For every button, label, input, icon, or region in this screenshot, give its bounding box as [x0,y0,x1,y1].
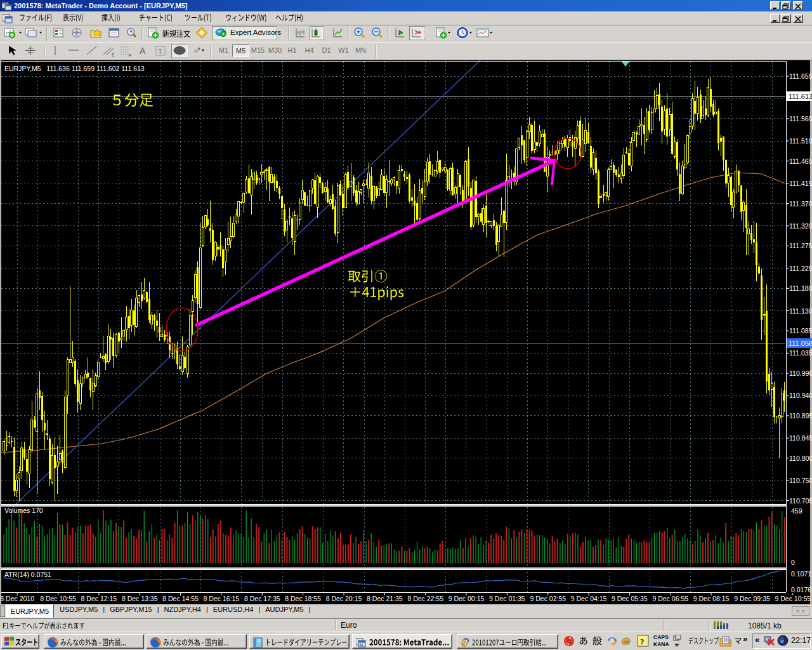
svg-text:?: ? [640,637,645,646]
svg-text:ATR(14) 0.0751: ATR(14) 0.0751 [4,571,51,578]
svg-text:E: E [112,53,115,57]
svg-text:111.225: 111.225 [789,265,812,272]
svg-text:9 Dec 02:55: 9 Dec 02:55 [530,595,566,602]
svg-text:9 Dec 08:15: 9 Dec 08:15 [693,595,730,602]
svg-text:110.895: 110.895 [789,412,812,420]
svg-text:8 Dec 14:55: 8 Dec 14:55 [162,595,199,602]
svg-text:T: T [158,48,162,55]
svg-text:110.800: 110.800 [789,454,812,462]
svg-text:111.510: 111.510 [789,137,812,145]
svg-text:111.613: 111.613 [789,93,812,100]
svg-text:F: F [129,53,131,58]
svg-text:9 Dec 00:15: 9 Dec 00:15 [449,595,485,602]
svg-text:111.180: 111.180 [789,284,812,292]
svg-text:111.085: 111.085 [789,327,812,335]
svg-text:9 Dec 01:35: 9 Dec 01:35 [489,595,525,602]
svg-text:9 Dec 05:35: 9 Dec 05:35 [612,595,648,602]
svg-text:8 Dec 18:55: 8 Dec 18:55 [285,595,321,602]
svg-text:111.058: 111.058 [789,340,812,347]
svg-text:111.415: 111.415 [789,180,812,187]
svg-text:111.655: 111.655 [789,72,812,80]
svg-text:9 Dec 09:35: 9 Dec 09:35 [734,595,770,602]
svg-text:8 Dec 13:35: 8 Dec 13:35 [122,595,158,602]
svg-text:110.940: 110.940 [789,392,812,399]
svg-text:111.320: 111.320 [789,222,812,230]
svg-text:8 Dec 16:15: 8 Dec 16:15 [204,595,240,602]
svg-text:A: A [140,46,146,56]
svg-text:111.465: 111.465 [789,157,812,165]
svg-text:9 Dec 06:55: 9 Dec 06:55 [652,595,688,602]
svg-text:110.750: 110.750 [789,477,812,484]
svg-text:Volumes 170: Volumes 170 [4,507,43,514]
svg-text:8 Dec 17:35: 8 Dec 17:35 [244,595,280,602]
svg-text:111.560: 111.560 [789,115,812,123]
svg-text:1085/1 kb: 1085/1 kb [748,621,782,630]
svg-text:111.130: 111.130 [789,307,812,315]
svg-text:8 Dec 10:55: 8 Dec 10:55 [40,595,76,602]
svg-text:8 Dec 12:15: 8 Dec 12:15 [81,595,117,602]
svg-text:111.275: 111.275 [789,242,812,249]
svg-text:111.370: 111.370 [789,200,812,208]
svg-text:9 Dec 10:55: 9 Dec 10:55 [775,595,811,602]
svg-text:0.0176: 0.0176 [791,586,811,594]
svg-text:a: a [780,637,784,644]
svg-text:111.035: 111.035 [789,349,812,357]
svg-text:8 Dec 20:15: 8 Dec 20:15 [326,595,362,602]
svg-text:459: 459 [791,507,802,515]
svg-text:8 Dec 21:35: 8 Dec 21:35 [367,595,403,602]
svg-text:Expert Advisors: Expert Advisors [230,29,281,36]
svg-text:M: M [360,643,363,647]
svg-text:0.1071: 0.1071 [791,570,811,578]
svg-text:0: 0 [791,559,795,566]
svg-text:9 Dec 04:15: 9 Dec 04:15 [571,595,607,602]
svg-text:110.990: 110.990 [789,369,812,377]
svg-text:110.705: 110.705 [789,497,812,505]
svg-text:8 Dec 22:55: 8 Dec 22:55 [407,595,443,602]
svg-text:EURJPY,M5 111.636 111.659 11: EURJPY,M5 111.636 111.659 111.602 111.61… [4,65,145,72]
svg-text:8 Dec 2010: 8 Dec 2010 [0,595,34,602]
svg-text:110.845: 110.845 [789,434,812,442]
